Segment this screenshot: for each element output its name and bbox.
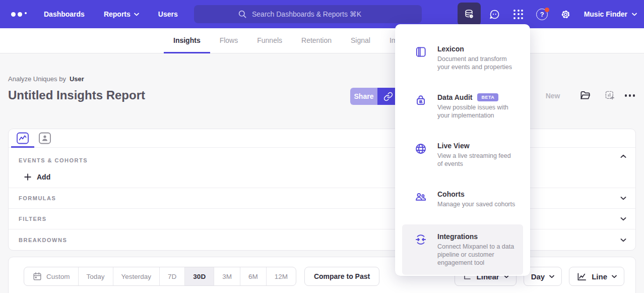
menu-item-description: View a live streaming feed of events — [437, 152, 517, 168]
report-tabbar: Insights Flows Funnels Retention Signal … — [0, 28, 644, 53]
link-icon — [383, 92, 393, 101]
feedback-icon[interactable] — [485, 3, 504, 25]
interval-label: Day — [531, 272, 545, 281]
nav-users[interactable]: Users — [158, 10, 178, 18]
analysis-entity-selector[interactable]: User — [70, 75, 84, 83]
add-to-dashboard-icon[interactable] — [604, 90, 616, 101]
lexicon-icon — [414, 45, 427, 71]
tab-flows[interactable]: Flows — [210, 28, 248, 53]
menu-item-lexicon[interactable]: Lexicon Document and transform your even… — [402, 41, 523, 75]
share-group: Share — [350, 88, 399, 105]
menu-item-description: View possible issues with your implement… — [437, 103, 517, 120]
report-title[interactable]: Untitled Insights Report — [8, 88, 145, 102]
query-builder-panel: EVENTS & COHORTS Add FORMULAS FILTERS BR… — [8, 129, 636, 251]
chart-controls-panel: Custom Today Yesterday 7D 30D 3M 6M 12M … — [8, 257, 636, 293]
apps-grid-icon[interactable] — [509, 3, 528, 25]
tab-signal[interactable]: Signal — [341, 28, 380, 53]
menu-item-title: Integrations — [437, 232, 478, 241]
open-report-button[interactable] — [579, 90, 591, 101]
open-folder-icon — [579, 90, 591, 101]
formulas-header: FORMULAS — [19, 195, 56, 201]
primary-nav: Dashboards Reports Users — [44, 10, 178, 18]
live-view-globe-icon — [414, 142, 427, 168]
range-today[interactable]: Today — [78, 267, 113, 285]
tab-insights[interactable]: Insights — [164, 28, 210, 53]
nav-reports[interactable]: Reports — [104, 10, 139, 18]
person-icon — [38, 131, 52, 145]
formulas-section-row[interactable]: FORMULAS — [9, 188, 635, 209]
data-tools-menu: Lexicon Document and transform your even… — [395, 24, 530, 276]
search-icon — [238, 10, 247, 19]
query-mode-tabs — [9, 129, 635, 148]
range-6m[interactable]: 6M — [240, 267, 266, 285]
events-cohorts-header: EVENTS & COHORTS — [19, 157, 88, 163]
chevron-down-icon — [134, 13, 139, 16]
calendar-icon — [32, 271, 42, 281]
menu-item-integrations[interactable]: Integrations Connect Mixpanel to a data … — [402, 224, 523, 275]
notification-dot — [545, 8, 549, 12]
menu-item-data-audit[interactable]: Data Audit BETA View possible issues wit… — [402, 89, 523, 124]
line-chart-icon — [16, 131, 30, 145]
menu-item-description: Connect Mixpanel to a data pipeline or c… — [437, 243, 517, 267]
chart-type-dropdown[interactable]: Line — [569, 267, 624, 286]
compare-to-past-button[interactable]: Compare to Past — [304, 267, 379, 286]
date-range-segmented-control: Custom Today Yesterday 7D 30D 3M 6M 12M — [24, 267, 296, 286]
data-audit-icon — [414, 94, 427, 120]
menu-item-live-view[interactable]: Live View View a live streaming feed of … — [402, 138, 523, 172]
breakdowns-section-row[interactable]: BREAKDOWNS — [9, 229, 635, 250]
cohorts-people-icon — [414, 191, 427, 208]
expand-section-icon[interactable] — [620, 196, 626, 200]
events-mode-tab[interactable] — [15, 129, 31, 147]
more-options-icon[interactable] — [624, 91, 636, 100]
beta-badge: BETA — [477, 93, 498, 101]
data-management-icon[interactable] — [458, 3, 481, 26]
filters-section-row[interactable]: FILTERS — [9, 209, 635, 229]
collapse-section-icon[interactable] — [620, 154, 626, 158]
project-switcher[interactable]: Music Finder — [584, 10, 637, 18]
share-button[interactable]: Share — [350, 88, 377, 105]
eyebrow-prefix: Analyze Uniques by — [8, 75, 66, 83]
chart-type-label: Line — [592, 272, 607, 281]
menu-item-title: Live View — [437, 142, 470, 150]
line-chart-icon — [576, 271, 587, 282]
search-input[interactable] — [252, 10, 378, 18]
add-label: Add — [37, 173, 50, 181]
menu-item-title: Lexicon — [437, 45, 464, 53]
expand-section-icon[interactable] — [620, 238, 626, 242]
menu-item-title: Data Audit — [437, 93, 472, 101]
range-7d[interactable]: 7D — [159, 267, 184, 285]
nav-users-label: Users — [158, 10, 178, 18]
tab-funnels[interactable]: Funnels — [247, 28, 292, 53]
range-3m[interactable]: 3M — [214, 267, 240, 285]
menu-item-cohorts[interactable]: Cohorts Manage your saved cohorts — [402, 186, 523, 212]
top-navbar: Dashboards Reports Users — [0, 0, 644, 28]
mixpanel-logo-icon[interactable] — [11, 0, 27, 28]
menu-item-description: Manage your saved cohorts — [437, 200, 515, 208]
new-report-button[interactable]: New — [546, 92, 560, 100]
nav-dashboards[interactable]: Dashboards — [44, 10, 85, 18]
settings-gear-icon[interactable] — [556, 3, 575, 25]
project-name: Music Finder — [584, 10, 627, 18]
range-custom-label: Custom — [46, 273, 70, 280]
nav-reports-label: Reports — [104, 10, 131, 18]
menu-item-description: Document and transform your events and p… — [437, 55, 517, 71]
help-icon[interactable]: ? — [533, 3, 552, 25]
breakdowns-header: BREAKDOWNS — [19, 237, 67, 243]
range-12m[interactable]: 12M — [266, 267, 296, 285]
events-cohorts-section: EVENTS & COHORTS Add — [9, 148, 635, 188]
range-30d[interactable]: 30D — [184, 267, 214, 285]
expand-section-icon[interactable] — [620, 217, 626, 221]
tab-retention[interactable]: Retention — [292, 28, 341, 53]
chevron-down-icon — [612, 275, 617, 278]
chevron-down-icon — [632, 13, 637, 16]
range-custom[interactable]: Custom — [24, 267, 78, 285]
date-controls: Custom Today Yesterday 7D 30D 3M 6M 12M … — [24, 267, 624, 286]
range-yesterday[interactable]: Yesterday — [113, 267, 160, 285]
chevron-down-icon — [549, 275, 554, 278]
global-search[interactable] — [194, 5, 422, 23]
profiles-mode-tab[interactable] — [37, 129, 53, 147]
menu-item-title: Cohorts — [437, 190, 465, 198]
plus-icon — [24, 173, 32, 181]
add-event-button[interactable]: Add — [24, 173, 64, 181]
analysis-eyebrow: Analyze Uniques byUser — [8, 75, 84, 83]
